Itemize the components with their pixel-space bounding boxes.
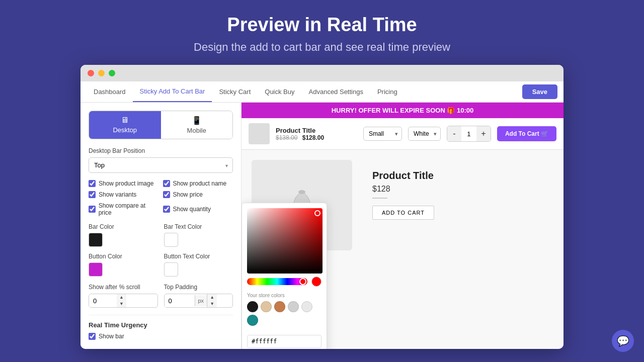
product-detail-title: Product Title xyxy=(372,170,434,182)
quantity-control: - + xyxy=(447,126,491,142)
chat-icon: 💬 xyxy=(617,335,629,347)
product-detail-price: $128 xyxy=(372,185,434,194)
store-color-3[interactable] xyxy=(288,301,299,312)
button-text-color-label: Button Text Color xyxy=(164,253,233,260)
store-colors-section: Your store colors xyxy=(242,290,327,332)
nav-sticky-cart-bar[interactable]: Sticky Add To Cart Bar xyxy=(133,81,212,102)
checkbox-show-product-name[interactable]: Show product name xyxy=(163,180,233,187)
store-color-2[interactable] xyxy=(274,301,285,312)
px-label: px xyxy=(195,295,207,306)
quantity-input[interactable] xyxy=(461,130,476,138)
checkbox-show-variants[interactable]: Show variants xyxy=(89,191,159,198)
app-body: 🖥 Desktop 📱 Mobile Desktop Bar Position … xyxy=(80,103,564,349)
button-color-swatch-wrap xyxy=(89,262,158,277)
nav-quick-buy[interactable]: Quick Buy xyxy=(258,82,301,102)
nav-sticky-cart[interactable]: Sticky Cart xyxy=(212,82,258,102)
scroll-input[interactable] xyxy=(89,295,117,307)
device-tabs: 🖥 Desktop 📱 Mobile xyxy=(89,111,233,139)
hero-subtitle: Design the add to cart bar and see real … xyxy=(194,41,450,54)
scroll-padding-section: Show after % scroll ▲ ▼ Top Padding px xyxy=(89,284,233,308)
app-window: Dashboard Sticky Add To Cart Bar Sticky … xyxy=(80,65,564,349)
qty-plus-btn[interactable]: + xyxy=(476,126,491,141)
product-prices: $138.00 $128.00 xyxy=(276,134,357,141)
cart-urgency-bar: HURRY! OFFER WILL EXPIRE SOON 🎁 10:00 xyxy=(242,103,564,118)
hero-title: Preview in Real Time xyxy=(227,14,417,36)
preview-area: Product Title $128 ADD TO CART xyxy=(242,150,564,349)
qty-minus-btn[interactable]: - xyxy=(447,126,461,141)
padding-input-wrap: px ▲ ▼ xyxy=(164,294,233,308)
nav-bar: Dashboard Sticky Add To Cart Bar Sticky … xyxy=(80,81,564,103)
scroll-spinners: ▲ ▼ xyxy=(117,294,126,307)
bar-color-swatch-wrap xyxy=(89,233,158,247)
right-panel: HURRY! OFFER WILL EXPIRE SOON 🎁 10:00 Pr… xyxy=(242,103,564,349)
mobile-icon: 📱 xyxy=(192,116,202,125)
bar-color-label: Bar Color xyxy=(89,223,158,230)
scroll-up-btn[interactable]: ▲ xyxy=(117,294,126,301)
nav-dashboard[interactable]: Dashboard xyxy=(87,82,133,102)
mobile-tab-label: Mobile xyxy=(187,127,206,134)
desktop-tab-label: Desktop xyxy=(113,126,137,134)
scroll-down-btn[interactable]: ▼ xyxy=(117,301,126,307)
hue-slider-wrap xyxy=(242,274,327,290)
close-dot[interactable] xyxy=(88,70,94,76)
store-color-4[interactable] xyxy=(301,301,312,312)
add-to-cart-button[interactable]: Add To Cart 🛒 xyxy=(497,126,556,141)
bar-text-color-label: Bar Text Color xyxy=(164,223,233,230)
save-button[interactable]: Save xyxy=(522,84,557,99)
hue-thumb xyxy=(299,278,306,285)
button-color-swatch[interactable] xyxy=(89,262,103,277)
bar-text-color-swatch[interactable] xyxy=(164,233,178,247)
button-text-color-swatch[interactable] xyxy=(164,262,178,277)
add-to-cart-detail-button[interactable]: ADD TO CART xyxy=(372,206,434,220)
padding-spinners: ▲ ▼ xyxy=(207,294,217,307)
product-detail: Product Title $128 ADD TO CART xyxy=(362,160,444,339)
checkbox-show-compare-price[interactable]: Show compare at price xyxy=(89,202,159,216)
product-thumbnail xyxy=(249,123,270,144)
color-picker-overlay: Your store colors xyxy=(242,203,327,349)
padding-up-btn[interactable]: ▲ xyxy=(207,294,217,301)
hex-color-input[interactable] xyxy=(247,335,321,348)
checkbox-show-product-image[interactable]: Show product image xyxy=(89,180,159,187)
desktop-icon: 🖥 xyxy=(121,116,129,125)
product-bar: Product Title $138.00 $128.00 Small Medi… xyxy=(242,118,564,150)
variant-select[interactable]: Small Medium Large xyxy=(363,127,402,141)
button-text-color-swatch-wrap xyxy=(164,262,233,277)
tab-mobile[interactable]: 📱 Mobile xyxy=(161,111,233,139)
store-color-1[interactable] xyxy=(261,301,272,312)
sale-price: $128.00 xyxy=(302,134,324,141)
hex-input-wrap xyxy=(242,332,327,349)
color-gradient-cursor xyxy=(314,210,320,216)
padding-down-btn[interactable]: ▼ xyxy=(207,301,217,307)
tab-desktop[interactable]: 🖥 Desktop xyxy=(89,111,161,139)
nav-advanced-settings[interactable]: Advanced Settings xyxy=(302,82,370,102)
color-gradient[interactable] xyxy=(247,208,323,274)
window-titlebar xyxy=(80,65,564,81)
svg-point-3 xyxy=(298,190,305,194)
store-colors-grid xyxy=(247,301,321,326)
checkbox-show-quantity[interactable]: Show quantity xyxy=(163,202,233,216)
scroll-input-wrap: ▲ ▼ xyxy=(89,294,158,308)
maximize-dot[interactable] xyxy=(109,70,115,76)
product-title-bar: Product Title xyxy=(276,127,357,134)
chat-bubble[interactable]: 💬 xyxy=(612,330,634,352)
left-panel: 🖥 Desktop 📱 Mobile Desktop Bar Position … xyxy=(80,103,242,349)
checkbox-show-bar[interactable]: Show bar xyxy=(89,333,233,340)
checkbox-show-price[interactable]: Show price xyxy=(163,191,233,198)
bar-text-color-swatch-wrap xyxy=(164,233,233,247)
nav-pricing[interactable]: Pricing xyxy=(370,82,405,102)
color-section: Bar Color Bar Text Color Button Color xyxy=(89,223,233,277)
hue-slider[interactable] xyxy=(247,278,307,285)
bar-color-swatch[interactable] xyxy=(89,233,103,247)
store-color-5[interactable] xyxy=(247,315,258,326)
product-detail-divider xyxy=(372,198,387,199)
position-select-wrap: Top Bottom ▾ xyxy=(89,157,233,173)
checkboxes-grid: Show product image Show product name Sho… xyxy=(89,180,233,216)
padding-input[interactable] xyxy=(165,295,195,307)
real-time-title: Real Time Urgency xyxy=(89,321,233,329)
minimize-dot[interactable] xyxy=(98,70,105,76)
real-time-section: Real Time Urgency Show bar xyxy=(89,315,233,340)
color-select[interactable]: White Black xyxy=(408,127,441,141)
scroll-label: Show after % scroll xyxy=(89,284,158,291)
position-select[interactable]: Top Bottom xyxy=(89,157,233,173)
store-color-0[interactable] xyxy=(247,301,258,312)
